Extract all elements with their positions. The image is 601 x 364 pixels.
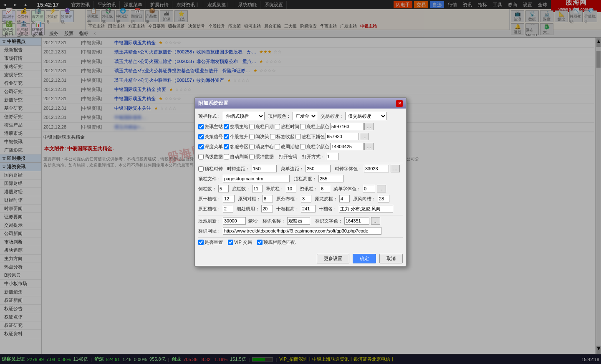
open-password-label: 打开密码: [279, 154, 297, 160]
input-orig-dist[interactable]: [301, 195, 311, 202]
cb-shendu-caidan[interactable]: 深度菜单: [198, 144, 223, 150]
column-count-label: 侧栏数：: [198, 186, 217, 192]
input-orig-longhoo[interactable]: [339, 195, 350, 202]
cb-biaoqian-shouqi[interactable]: 标签收起: [270, 134, 295, 140]
pick-mark-color-btn[interactable]: …: [371, 217, 380, 225]
time-font-color-label: 时钟字体色：: [335, 166, 362, 172]
mark-name-label: 标识名称：: [263, 218, 285, 224]
time-font-label: 时钟边距：: [227, 166, 250, 172]
input-mark-font-color[interactable]: [344, 217, 369, 225]
cb-xiaoxi-zhongxin[interactable]: 消息中心: [249, 144, 274, 150]
ok-button[interactable]: 确定: [353, 254, 376, 263]
bottom-count-label: 底栏数：: [232, 186, 250, 192]
cancel-button[interactable]: 取消: [379, 254, 403, 263]
input-top-height[interactable]: [318, 175, 343, 182]
dialog-field-bottom-bot-color: …: [326, 133, 369, 140]
input-bottom-count[interactable]: [252, 185, 263, 192]
cb-top-clock[interactable]: 顶栏时钟: [198, 166, 223, 172]
nav-label: 导航栏：: [266, 186, 284, 192]
cb-dilan-shangse[interactable]: 底栏上颜色: [300, 124, 329, 130]
input-menu-font-color[interactable]: [363, 185, 375, 192]
pick-color-btn-3[interactable]: …: [364, 143, 374, 150]
dialog-system-settings: 附加系统设置 ✕ 顶栏样式： 伸缩式顶栏 固定式顶栏 顶栏颜色： 广发金 默认 …: [194, 97, 407, 267]
cb-jiaoyi-zhuzhan[interactable]: 交易主站: [224, 124, 248, 130]
cb-vip-jiaoyi[interactable]: VIP 交易: [228, 239, 252, 245]
input-orig-10[interactable]: [223, 195, 235, 202]
menu-margin-label: 菜单边距：: [281, 166, 304, 172]
cb-dilan-shijian[interactable]: 底栏时间: [275, 124, 299, 130]
dialog-row-style: 顶栏样式： 伸缩式顶栏 固定式顶栏 顶栏颜色： 广发金 默认 交易必读： 仅交易…: [198, 112, 403, 120]
more-settings-button[interactable]: 更多设置: [317, 254, 349, 263]
menu-font-color-label: 菜单字体色：: [333, 186, 361, 192]
pick-time-color-btn[interactable]: …: [391, 165, 400, 172]
dialog-close-button[interactable]: ✕: [396, 100, 403, 107]
dialog-row-clock: 顶栏时钟 时钟边距： 菜单边距： 时钟字体色： …: [198, 165, 403, 172]
input-top-file[interactable]: [223, 175, 290, 182]
dialog-row-bottom-cbs: 是否重置 VIP 交易 顶底栏颜色匹配: [198, 239, 403, 245]
pick-color-btn-1[interactable]: …: [364, 123, 374, 130]
news-label: 资讯栏：: [300, 186, 318, 192]
cb-dilan-riqi[interactable]: 底栏日期: [249, 124, 274, 130]
open-mode-label: 打开方式：: [302, 154, 325, 160]
input-menu-margin[interactable]: [306, 165, 331, 172]
input-ten-frame-height[interactable]: [301, 205, 316, 212]
input-orig-row[interactable]: [263, 195, 273, 202]
orig-longhoo-label: 原龙虎框：: [315, 196, 338, 202]
dialog-sep-3: [198, 237, 403, 238]
ten-frame-height-label: 十档框高：: [276, 206, 299, 212]
dialog-sep-2: [198, 215, 403, 215]
input-news-col[interactable]: [320, 185, 330, 192]
pool-refresh-label: 股池刷新：: [198, 218, 221, 224]
pick-menu-color-btn[interactable]: …: [377, 185, 386, 192]
input-bottom-bot-color[interactable]: [326, 133, 359, 140]
dialog-field-bottom-font-color: …: [330, 143, 374, 150]
dialog-row-columns: 侧栏数： 底栏数： 导航栏： 资讯栏： 菜单字体色： …: [198, 185, 403, 192]
input-nav[interactable]: [286, 185, 296, 192]
fine-adjust-label: 细处调用：: [237, 206, 260, 212]
toolbar-style-select[interactable]: 伸缩式顶栏 固定式顶栏: [223, 112, 265, 120]
input-time-font[interactable]: [252, 165, 277, 172]
input-orig-5[interactable]: [223, 205, 233, 212]
cb-gaizhougian[interactable]: 改周期键: [275, 144, 299, 150]
input-time-font-color[interactable]: [364, 165, 389, 172]
toolbar-style-label: 顶栏样式：: [198, 113, 221, 119]
trade-readonly-select[interactable]: 仅交易必读: [345, 112, 387, 120]
cb-huanchong-shuju[interactable]: 缓冲数据: [249, 154, 274, 160]
cb-gaoji-shuju[interactable]: 高级数据: [198, 154, 223, 160]
dialog-overlay: 附加系统设置 ✕ 顶栏样式： 伸缩式顶栏 固定式顶栏 顶栏颜色： 广发金 默认 …: [0, 0, 601, 364]
mark-url-label: 标识网址：: [198, 228, 221, 234]
top-file-label: 顶栏文件：: [198, 176, 221, 182]
cb-dingdilan-pei[interactable]: 顶底栏颜色匹配: [257, 239, 295, 245]
pool-refresh-unit: 豪秒: [248, 218, 258, 224]
dialog-field-bottom-top-color: …: [330, 123, 374, 130]
dialog-row-topfile: 顶栏文件： 顶栏高度：: [198, 175, 403, 182]
input-bottom-top-color[interactable]: [330, 123, 364, 130]
cb-dilan-xiase[interactable]: 底栏下颜色: [295, 134, 325, 140]
trade-readonly-label: 交易必读：: [321, 113, 343, 119]
input-column-count[interactable]: [218, 185, 229, 192]
cb-juece-xinhao[interactable]: 决策信号: [198, 134, 223, 140]
input-orig-direction[interactable]: [378, 195, 389, 202]
dialog-footer: 更多设置 确定 取消: [195, 251, 406, 266]
input-mark-url[interactable]: [223, 227, 381, 235]
toolbar-color-label: 顶栏颜色：: [268, 113, 291, 119]
input-mark-name[interactable]: [287, 217, 310, 225]
cb-zixun-zhuzhan[interactable]: 资讯主站: [198, 124, 223, 130]
input-pool-refresh[interactable]: [223, 217, 246, 225]
dialog-checkboxes-row1: 资讯主站 交易主站 底栏日期 底栏时间 底栏上颜色 …: [198, 123, 403, 130]
cb-shifou-chongzhi[interactable]: 是否重置: [198, 239, 223, 245]
input-open-mode[interactable]: [326, 153, 338, 160]
pick-color-btn-2[interactable]: …: [360, 133, 369, 140]
dialog-title-text: 附加系统设置: [198, 100, 228, 107]
input-bottom-font-color[interactable]: [330, 143, 364, 150]
cb-shun-juece[interactable]: 闯决策: [249, 134, 269, 140]
cb-kefu-zhuanqu[interactable]: 客服专区: [224, 144, 248, 150]
dialog-sep-1: [198, 163, 403, 163]
cb-geming-lasheng[interactable]: 个股拉升: [224, 134, 248, 140]
cb-zidong-shuaxin[interactable]: 自动刷新: [224, 154, 248, 160]
input-fine-adjust[interactable]: [261, 205, 273, 212]
toolbar-color-select[interactable]: 广发金 默认: [293, 112, 317, 120]
input-eleven-frame-name[interactable]: [339, 205, 393, 212]
orig-10-label: 原十槽框：: [198, 196, 221, 202]
cb-dilan-zise[interactable]: 底栏字颜色: [300, 144, 329, 150]
